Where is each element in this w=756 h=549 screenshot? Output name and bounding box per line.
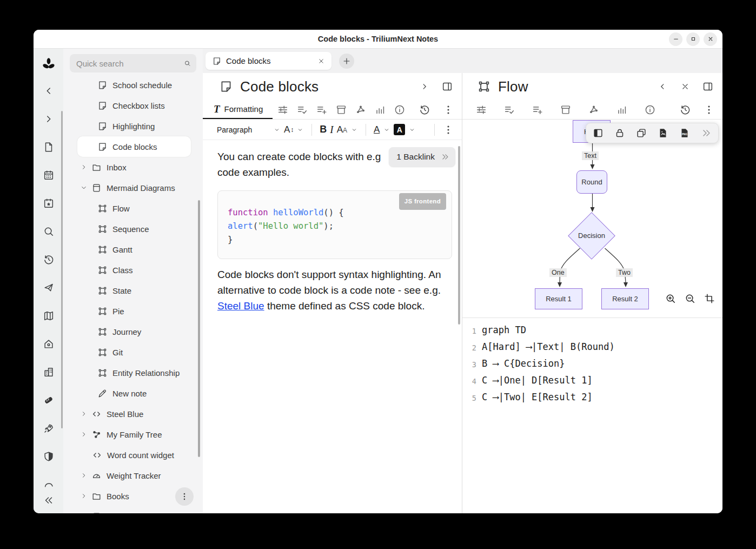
fit-to-screen-button[interactable] [704, 293, 715, 305]
tree-item-statistics[interactable]: Statistics [77, 506, 191, 513]
tree-item-checkbox-lists[interactable]: Checkbox lists [77, 95, 191, 116]
note-map-button[interactable] [588, 104, 600, 116]
mermaid-diagram[interactable]: Hard Text Round Decision One Two Result … [462, 120, 722, 318]
basic-properties-button[interactable] [475, 104, 487, 116]
tree-item-weight-tracker[interactable]: Weight Tracker [77, 465, 191, 486]
tree-item-school-schedule[interactable]: School schedule [77, 75, 191, 95]
tree-item-git[interactable]: Git [77, 342, 191, 362]
chevron-right-icon[interactable] [79, 492, 88, 500]
inherited-attributes-button[interactable] [316, 104, 328, 116]
tree-actions-button[interactable] [175, 487, 194, 506]
tree-item-mermaid-diagrams[interactable]: Mermaid Diagrams [77, 177, 191, 198]
inherited-attributes-button[interactable] [532, 104, 543, 116]
bread-button[interactable] [42, 394, 55, 407]
map-button[interactable] [42, 309, 55, 322]
tree-item-sequence[interactable]: Sequence [77, 219, 191, 239]
owned-attributes-button[interactable] [503, 104, 515, 116]
note-menu-button[interactable] [442, 104, 454, 116]
quick-search-input[interactable] [76, 59, 184, 68]
gauge-partial-button[interactable] [42, 479, 55, 492]
export-png-button[interactable] [679, 127, 691, 139]
new-tab-button[interactable] [339, 54, 354, 69]
mermaid-source-editor[interactable]: 1graph TD 2A[Hard] ⟶|Text| B(Round) 3B ⟶… [462, 318, 722, 513]
note-map-button[interactable] [355, 104, 367, 116]
close-button[interactable] [704, 32, 717, 46]
zoom-in-button[interactable] [665, 293, 677, 305]
lock-button[interactable] [614, 127, 626, 139]
copy-image-button[interactable] [635, 127, 647, 139]
paragraph-style-dropdown[interactable]: Paragraph [217, 125, 281, 134]
tab-code-blocks[interactable]: Code blocks [205, 52, 331, 70]
tree-item-gantt[interactable]: Gantt [77, 239, 191, 260]
bold-button[interactable]: B [320, 124, 327, 135]
tree-item-code-blocks[interactable]: Code blocks [77, 136, 191, 157]
new-note-button[interactable] [42, 141, 55, 154]
note-info-button[interactable] [394, 104, 406, 116]
backlink-button[interactable]: 1 Backlink [389, 147, 455, 167]
tree-item-steel-blue[interactable]: Steel Blue [77, 404, 191, 424]
node-result-2[interactable]: Result 2 [601, 288, 649, 309]
note-info-button[interactable] [644, 104, 656, 116]
tree-item-entity-relationship[interactable]: Entity Relationship [77, 362, 191, 383]
toolbar-expand-button[interactable] [700, 127, 712, 139]
text-case-dropdown[interactable]: AA [337, 124, 358, 135]
note-paths-button[interactable] [560, 104, 572, 116]
font-size-dropdown[interactable]: A↕ [284, 124, 304, 135]
mermaid-title[interactable]: Flow [498, 78, 647, 95]
tree-item-inbox[interactable]: Inbox [77, 157, 191, 177]
rocket-button[interactable] [42, 422, 55, 435]
tab-close-icon[interactable] [316, 56, 326, 66]
search-button[interactable] [42, 225, 55, 238]
tab-formatting[interactable]: T Formatting [203, 100, 273, 119]
tree-scrollbar[interactable] [198, 200, 200, 457]
tree-item-my-family-tree[interactable]: My Family Tree [77, 424, 191, 445]
launcher-scrollbar[interactable] [61, 111, 63, 428]
note-menu-button[interactable] [703, 104, 715, 116]
move-pane-left-button[interactable] [655, 80, 669, 94]
chevron-down-icon[interactable] [79, 184, 88, 191]
background-color-dropdown[interactable]: A [394, 124, 416, 135]
split-pane-button[interactable] [440, 80, 454, 94]
tree-item-flow[interactable]: Flow [77, 198, 191, 219]
protected-session-button[interactable] [42, 450, 55, 463]
tree-item-new-note[interactable]: New note [77, 383, 191, 404]
expand-ribbon-button[interactable] [417, 80, 432, 94]
zoom-out-button[interactable] [684, 293, 696, 305]
tree-item-highlighting[interactable]: Highlighting [77, 116, 191, 136]
toolbar-more-button[interactable] [442, 124, 454, 136]
export-svg-button[interactable] [657, 127, 669, 139]
chevron-right-icon[interactable] [79, 472, 88, 479]
note-title[interactable]: Code blocks [240, 78, 409, 95]
similar-notes-button[interactable] [616, 104, 628, 116]
steel-blue-link[interactable]: Steel Blue [217, 300, 264, 312]
toggle-editor-panel-button[interactable] [592, 127, 604, 139]
buildings-button[interactable] [42, 366, 55, 379]
note-paths-button[interactable] [335, 104, 347, 116]
collapse-launcher-button[interactable] [42, 494, 55, 507]
tree-item-class[interactable]: Class [77, 260, 191, 280]
font-color-dropdown[interactable]: A [374, 124, 390, 135]
tree-item-pie[interactable]: Pie [77, 301, 191, 321]
collapse-tree-button[interactable] [42, 84, 55, 97]
close-pane-button[interactable] [678, 80, 692, 94]
note-content[interactable]: You can create code blocks with e.g code… [203, 140, 462, 513]
tree-item-books[interactable]: Books [77, 486, 191, 506]
italic-button[interactable]: I [330, 124, 333, 136]
tree-item-state[interactable]: State [77, 280, 191, 301]
maximize-button[interactable] [686, 32, 700, 46]
send-button[interactable] [42, 281, 55, 294]
quick-search[interactable] [70, 54, 196, 72]
node-result-1[interactable]: Result 1 [535, 288, 582, 309]
minimize-button[interactable] [669, 32, 682, 46]
chevron-right-icon[interactable] [79, 513, 88, 513]
content-scrollbar[interactable] [458, 146, 460, 325]
chevron-right-icon[interactable] [79, 410, 88, 418]
revisions-button[interactable] [679, 104, 691, 116]
revisions-button[interactable] [419, 104, 430, 116]
similar-notes-button[interactable] [374, 104, 386, 116]
home-button[interactable] [42, 338, 55, 350]
jump-forward-button[interactable] [42, 113, 55, 125]
node-round[interactable]: Round [576, 170, 607, 194]
tree-item-journey[interactable]: Journey [77, 321, 191, 342]
tree-item-word-count-widget[interactable]: Word count widget [77, 445, 191, 465]
